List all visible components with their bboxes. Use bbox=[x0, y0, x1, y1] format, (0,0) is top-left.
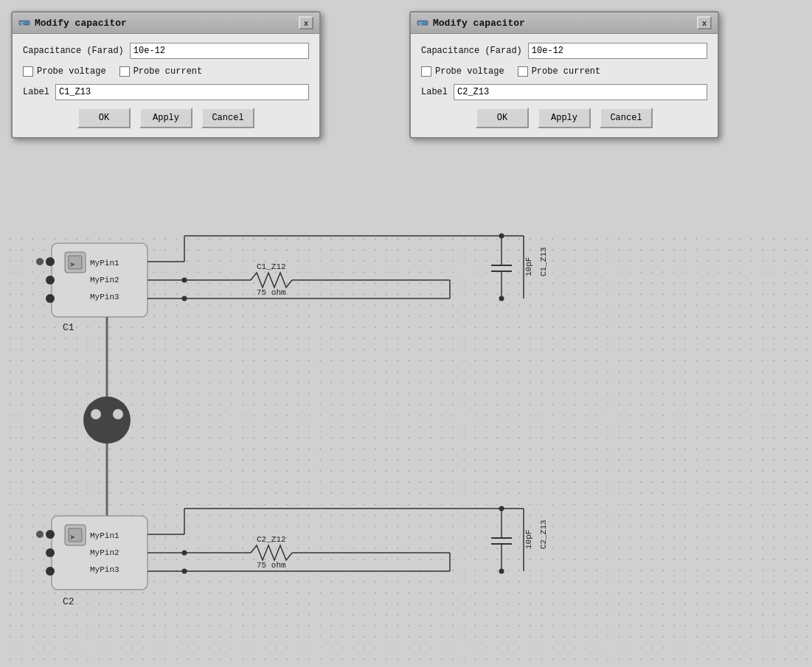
capacitance-label-1: Capacitance (Farad) bbox=[23, 46, 124, 56]
resistor-label-c1z12: C1_Z12 bbox=[257, 262, 286, 271]
pin3-label-c1: MyPin3 bbox=[90, 293, 119, 301]
dialog-buttons-1: OK Apply Cancel bbox=[23, 108, 309, 128]
ok-button-1[interactable]: OK bbox=[77, 108, 131, 128]
probe-current-checkbox-1[interactable] bbox=[119, 66, 130, 77]
dialog-title-text-2: Modify capacitor bbox=[433, 18, 525, 29]
connector-eye-left bbox=[91, 409, 101, 419]
svg-text:C: C bbox=[21, 21, 24, 26]
probe-row-1: Probe voltage Probe current bbox=[23, 66, 309, 77]
dialog-modify-capacitor-1: C Modify capacitor x Capacitance (Farad)… bbox=[11, 11, 321, 139]
apply-button-2[interactable]: Apply bbox=[538, 108, 591, 128]
pin1-label-c1: MyPin1 bbox=[90, 259, 119, 268]
c1-label: C1 bbox=[63, 322, 74, 333]
label-row-2: Label bbox=[421, 84, 707, 100]
pin2-label-c2: MyPin2 bbox=[90, 548, 119, 557]
probe-voltage-label-2: Probe voltage bbox=[435, 66, 504, 77]
dialog-close-button-1[interactable]: x bbox=[299, 16, 313, 29]
label-input-2[interactable] bbox=[454, 84, 707, 100]
connector-dot-c1-left-top bbox=[46, 257, 55, 266]
ok-button-2[interactable]: OK bbox=[476, 108, 529, 128]
dialog-buttons-2: OK Apply Cancel bbox=[421, 108, 707, 128]
pin2-label-c1: MyPin2 bbox=[90, 276, 119, 284]
label-row-1: Label bbox=[23, 84, 309, 100]
capacitance-label-2: Capacitance (Farad) bbox=[421, 46, 522, 56]
dialog-title-left-2: C Modify capacitor bbox=[417, 17, 525, 29]
pin1-label-c2: MyPin1 bbox=[90, 531, 119, 540]
connector-node-middle bbox=[83, 397, 131, 444]
connector-big-c1 bbox=[36, 258, 44, 265]
probe-current-label-1: Probe current bbox=[133, 66, 203, 77]
junction-dot-pin2-c2 bbox=[182, 551, 187, 556]
resistor-value-c1z12: 75 ohm bbox=[257, 288, 286, 297]
pin3-label-c2: MyPin3 bbox=[90, 565, 119, 574]
cap-value-label-c1: 10pF bbox=[524, 257, 533, 276]
connector-dot-c1-left-mid bbox=[46, 276, 55, 284]
resistor-value-c2z12: 75 ohm bbox=[257, 561, 286, 570]
c2-label: C2 bbox=[63, 596, 74, 607]
probe-current-item-1: Probe current bbox=[119, 66, 203, 77]
capacitance-row-2: Capacitance (Farad) bbox=[421, 43, 707, 59]
cap-id-label-c2: C2_Z13 bbox=[539, 520, 548, 549]
capacitor-icon-2: C bbox=[417, 17, 428, 29]
junction-dot-bot-c1 bbox=[499, 296, 504, 301]
capacitance-input-2[interactable] bbox=[528, 43, 707, 59]
apply-button-1[interactable]: Apply bbox=[139, 108, 192, 128]
connector-dot-c2-left-bot bbox=[46, 567, 55, 576]
dialog-body-2: Capacitance (Farad) Probe voltage Probe … bbox=[411, 34, 718, 137]
ic-arrow-c2: ➤ bbox=[69, 533, 75, 541]
dialog-modify-capacitor-2: C Modify capacitor x Capacitance (Farad)… bbox=[409, 11, 719, 139]
cap-id-label-c1: C1_Z13 bbox=[539, 247, 548, 276]
junction-dot-pin3-c1 bbox=[182, 296, 187, 301]
ic-arrow-c1: ➤ bbox=[69, 260, 75, 268]
junction-dot-top-c1 bbox=[499, 234, 504, 239]
resistor-c2z12 bbox=[251, 545, 292, 560]
connector-dot-c1-left-bot bbox=[46, 294, 55, 303]
capacitance-input-1[interactable] bbox=[130, 43, 309, 59]
probe-current-item-2: Probe current bbox=[518, 66, 601, 77]
label-label-1: Label bbox=[23, 87, 49, 97]
dialog-title-left-1: C Modify capacitor bbox=[18, 17, 127, 29]
probe-voltage-item-2: Probe voltage bbox=[421, 66, 504, 77]
label-input-1[interactable] bbox=[55, 84, 309, 100]
cancel-button-1[interactable]: Cancel bbox=[201, 108, 254, 128]
connector-dot-c2-left-top bbox=[46, 530, 55, 539]
resistor-label-c2z12: C2_Z12 bbox=[257, 535, 286, 544]
probe-voltage-checkbox-1[interactable] bbox=[23, 66, 33, 77]
probe-row-2: Probe voltage Probe current bbox=[421, 66, 707, 77]
dialog-close-button-2[interactable]: x bbox=[697, 16, 712, 29]
capacitor-icon-1: C bbox=[18, 17, 30, 29]
probe-voltage-checkbox-2[interactable] bbox=[421, 66, 431, 77]
circuit-svg: ➤ MyPin1 MyPin2 MyPin3 C1 C1_Z12 75 ohm bbox=[22, 228, 804, 656]
svg-text:C: C bbox=[419, 21, 423, 26]
resistor-c1z12 bbox=[251, 273, 292, 287]
junction-dot-pin2-c1 bbox=[182, 278, 187, 283]
probe-voltage-label-1: Probe voltage bbox=[37, 66, 106, 77]
circuit-canvas: ➤ MyPin1 MyPin2 MyPin3 C1 C1_Z12 75 ohm bbox=[22, 228, 804, 656]
dialog-body-1: Capacitance (Farad) Probe voltage Probe … bbox=[13, 34, 319, 137]
cap-value-label-c2: 10pF bbox=[524, 530, 533, 549]
probe-current-checkbox-2[interactable] bbox=[518, 66, 528, 77]
dialog-titlebar-1: C Modify capacitor x bbox=[13, 13, 319, 34]
junction-dot-pin3-c2 bbox=[182, 569, 187, 574]
label-label-2: Label bbox=[421, 87, 448, 97]
dialog-title-text-1: Modify capacitor bbox=[35, 18, 127, 29]
dialog-titlebar-2: C Modify capacitor x bbox=[411, 13, 718, 34]
junction-dot-top-c2 bbox=[499, 506, 504, 511]
capacitance-row-1: Capacitance (Farad) bbox=[23, 43, 309, 59]
probe-current-label-2: Probe current bbox=[532, 66, 601, 77]
probe-voltage-item-1: Probe voltage bbox=[23, 66, 106, 77]
junction-dot-bot-c2 bbox=[499, 569, 504, 574]
connector-eye-right bbox=[113, 409, 123, 419]
connector-dot-c2-left-mid bbox=[46, 548, 55, 557]
connector-big-c2 bbox=[36, 531, 44, 538]
cancel-button-2[interactable]: Cancel bbox=[600, 108, 653, 128]
